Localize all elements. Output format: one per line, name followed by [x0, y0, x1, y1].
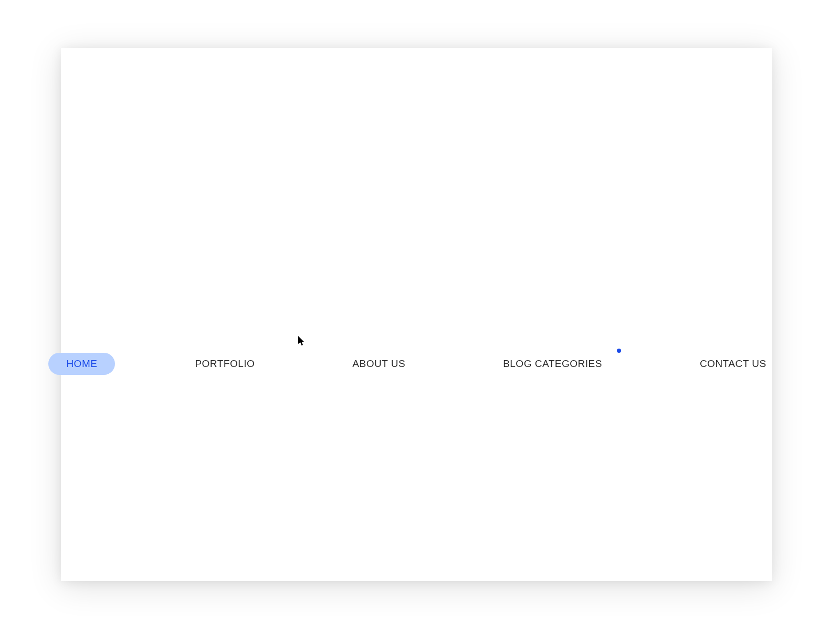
nav-item-portfolio[interactable]: PORTFOLIO [177, 353, 272, 375]
notification-dot-icon [617, 349, 621, 353]
nav-label: PORTFOLIO [195, 358, 255, 369]
nav-label: HOME [66, 358, 97, 369]
nav-item-about-us[interactable]: ABOUT US [334, 353, 423, 375]
main-nav: HOME PORTFOLIO ABOUT US BLOG CATEGORIES … [61, 353, 772, 375]
nav-item-contact-us[interactable]: CONTACT US [682, 353, 784, 375]
page-container: HOME PORTFOLIO ABOUT US BLOG CATEGORIES … [61, 48, 772, 581]
nav-label: ABOUT US [352, 358, 405, 369]
nav-item-blog-categories[interactable]: BLOG CATEGORIES [485, 353, 620, 375]
nav-item-home[interactable]: HOME [48, 353, 115, 375]
nav-label: CONTACT US [700, 358, 766, 369]
nav-label: BLOG CATEGORIES [503, 358, 602, 369]
